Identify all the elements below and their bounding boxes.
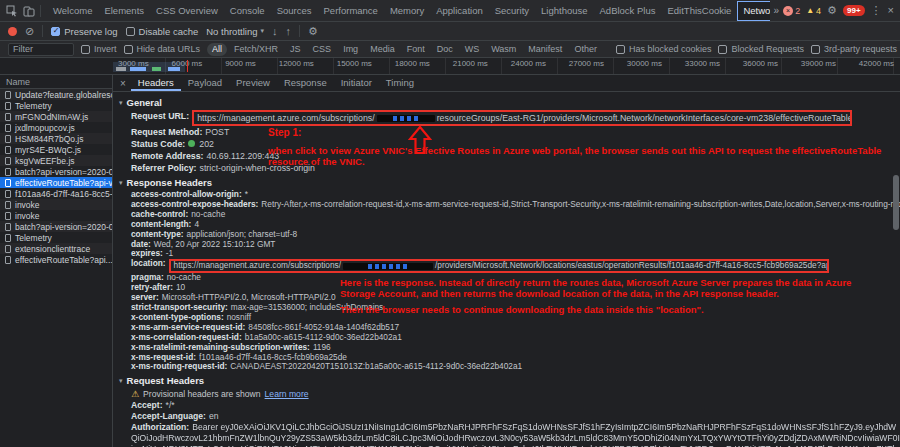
close-details-icon[interactable]: × (115, 78, 131, 89)
request-row[interactable]: Update?feature.globalresourcefilter=tr..… (0, 89, 112, 100)
learn-more-link[interactable]: Learn more (265, 388, 309, 400)
tab-console[interactable]: Console (224, 1, 271, 21)
tab-performance[interactable]: Performance (318, 1, 384, 21)
filter-chip-all[interactable]: All (207, 43, 227, 56)
request-row[interactable]: ksgVwEEFbe.js (0, 155, 112, 166)
filter-chip-ws[interactable]: WS (460, 43, 485, 56)
header-row: cache-control:no-cache (113, 210, 900, 220)
section-response-headers[interactable]: ▾Response Headers (113, 174, 900, 190)
header-value: 1196 (313, 343, 331, 352)
details-tab-headers[interactable]: Headers (131, 75, 181, 91)
request-row[interactable]: effectiveRouteTable?api... (0, 254, 112, 265)
blocked-requests-checkbox[interactable]: Blocked Requests (718, 44, 804, 54)
timeline-label: 18000 ms (395, 59, 430, 68)
header-row: Authorization:Bearer eyJ0eXAiOiJKV1QiLCJ… (113, 422, 900, 447)
header-row: x-ms-correlation-request-id:b1a5a00c-a61… (113, 333, 900, 343)
header-value: max-age=31536000; includeSubDomains (231, 303, 383, 312)
invert-checkbox[interactable]: Invert (81, 44, 117, 54)
details-tab-preview[interactable]: Preview (229, 75, 277, 91)
network-settings-gear-icon[interactable]: ⚙ (308, 26, 318, 37)
tab-lighthouse[interactable]: Lighthouse (535, 1, 593, 21)
filter-chip-doc[interactable]: Doc (432, 43, 458, 56)
details-tab-timing[interactable]: Timing (379, 75, 421, 91)
console-warning-badge[interactable]: ▲4 (806, 6, 821, 16)
request-name: batch?api-version=2020-06-01 (15, 167, 112, 177)
tab-security[interactable]: Security (489, 1, 535, 21)
header-name: Accept: (131, 400, 163, 410)
request-row[interactable]: batch?api-version=2020-06-01 (0, 166, 112, 177)
section-general[interactable]: ▾General (113, 94, 900, 110)
details-tab-initiator[interactable]: Initiator (334, 75, 379, 91)
request-row[interactable]: Telemetry (0, 232, 112, 243)
filter-chip-manifest[interactable]: Manifest (523, 43, 567, 56)
kebab-menu-icon[interactable]: ⋮ (871, 5, 882, 16)
tab-application[interactable]: Application (430, 1, 488, 21)
request-name: effectiveRouteTable?api-version=20... (15, 178, 112, 188)
filter-chip-wasm[interactable]: Wasm (486, 43, 521, 56)
clear-log-icon[interactable]: ⊘ (25, 26, 34, 37)
network-filter-bar: Invert Hide data URLs AllFetch/XHRJSCSSI… (0, 41, 900, 58)
tab-css-overview[interactable]: CSS Overview (150, 1, 224, 21)
tab-adblock-plus[interactable]: AdBlock Plus (594, 1, 662, 21)
third-party-requests-label: 3rd-party requests (824, 44, 897, 54)
import-har-icon[interactable]: ↓ (272, 26, 278, 37)
request-row[interactable]: extensionclienttrace (0, 243, 112, 254)
has-blocked-cookies-checkbox[interactable]: Has blocked cookies (616, 44, 712, 54)
filter-chip-fetch-xhr[interactable]: Fetch/XHR (229, 43, 283, 56)
request-row[interactable]: HSM844R7bQo.js (0, 133, 112, 144)
name-column-header[interactable]: Name (0, 75, 112, 89)
section-general-title: General (127, 97, 162, 108)
header-value: nosniff (227, 313, 251, 322)
details-tab-response[interactable]: Response (277, 75, 334, 91)
request-row[interactable]: invoke (0, 210, 112, 221)
request-row[interactable]: invoke (0, 199, 112, 210)
tab-sources[interactable]: Sources (271, 1, 318, 21)
request-row[interactable]: myrS4E-BWqC.js (0, 144, 112, 155)
request-row[interactable]: batch?api-version=2020-06-01 (0, 221, 112, 232)
header-name: access-control-expose-headers: (131, 200, 258, 209)
warning-triangle-icon: ▲ (806, 6, 814, 15)
request-row[interactable]: jxdlmopupcov.js (0, 122, 112, 133)
filter-chip-css[interactable]: CSS (308, 43, 337, 56)
details-tab-payload[interactable]: Payload (181, 75, 229, 91)
tab-editthiscookie[interactable]: EditThisCookie (662, 1, 738, 21)
request-row[interactable]: Telemetry (0, 100, 112, 111)
third-party-requests-checkbox[interactable]: 3rd-party requests (811, 44, 897, 54)
header-row: access-control-allow-origin:* (113, 190, 900, 200)
filter-input[interactable] (8, 43, 74, 56)
tab-memory[interactable]: Memory (384, 1, 430, 21)
scrollbar-thumb[interactable] (893, 175, 899, 230)
invert-label: Invert (94, 44, 117, 54)
tab-welcome[interactable]: Welcome (47, 1, 98, 21)
close-devtools-icon[interactable]: × (888, 5, 894, 16)
timeline-bar (116, 67, 126, 71)
header-value: application/json; charset=utf-8 (187, 230, 297, 239)
section-request-headers[interactable]: ▾Request Headers (113, 372, 900, 388)
settings-gear-icon[interactable]: ⚙ (827, 5, 837, 16)
request-row[interactable]: effectiveRouteTable?api-version=20... (0, 177, 112, 188)
hide-data-urls-checkbox[interactable]: Hide data URLs (124, 44, 201, 54)
filter-chip-font[interactable]: Font (402, 43, 430, 56)
file-icon (5, 135, 11, 143)
filter-chip-media[interactable]: Media (365, 43, 400, 56)
filter-chip-img[interactable]: Img (338, 43, 363, 56)
disclosure-triangle-icon: ▾ (119, 179, 123, 187)
preserve-log-checkbox[interactable]: Preserve log (51, 26, 117, 37)
filter-chip-other[interactable]: Other (569, 43, 602, 56)
inspect-element-icon[interactable] (6, 5, 18, 17)
export-har-icon[interactable]: ↑ (285, 26, 291, 37)
provisional-headers-text: Provisional headers are shown (143, 388, 261, 400)
header-name: x-content-type-options: (131, 313, 224, 322)
console-error-badge[interactable]: ×2 (783, 6, 800, 16)
disable-cache-checkbox[interactable]: Disable cache (126, 26, 199, 37)
tab-elements[interactable]: Elements (98, 1, 150, 21)
record-button[interactable] (8, 27, 17, 36)
more-tabs-icon[interactable]: » (770, 5, 784, 16)
device-toolbar-icon[interactable] (23, 5, 35, 17)
throttling-select[interactable]: No throttling▾ (206, 26, 264, 37)
tab-network[interactable]: Network (737, 1, 769, 21)
request-row[interactable]: mFGNOdNImAW.js (0, 111, 112, 122)
filter-chip-js[interactable]: JS (285, 43, 306, 56)
network-overview-timeline[interactable]: 3000 ms6000 ms9000 ms12000 ms15000 ms180… (0, 58, 900, 75)
request-row[interactable]: f101aa46-d7ff-4a16-8cc5-fcb9b69a2... (0, 188, 112, 199)
